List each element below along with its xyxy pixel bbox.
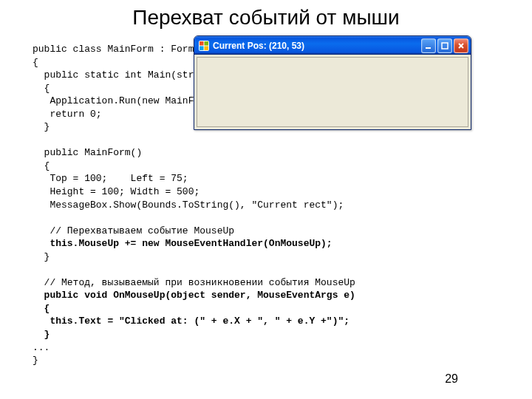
code-line: Height = 100; Width = 500;: [33, 186, 200, 197]
code-line: MessageBox.Show(Bounds.ToString(), "Curr…: [33, 200, 344, 211]
code-line: // Перехватываем событие MouseUp: [33, 225, 234, 236]
page-number: 29: [445, 372, 458, 386]
code-line: ...: [33, 342, 50, 353]
code-line-bold: public void OnMouseUp(object sender, Mou…: [33, 290, 355, 301]
code-line: Top = 100; Left = 75;: [33, 173, 188, 184]
svg-rect-5: [426, 47, 431, 49]
svg-rect-6: [442, 43, 448, 49]
code-line-bold: }: [33, 329, 50, 340]
code-line: // Метод, вызываемый при возникновении с…: [33, 277, 355, 288]
code-line: }: [33, 121, 50, 132]
maximize-button[interactable]: [437, 38, 452, 53]
code-line: return 0;: [33, 109, 102, 120]
code-line: public MainForm(): [33, 147, 142, 158]
code-line-bold: {: [33, 303, 50, 314]
code-line: public class MainForm : Form: [33, 44, 194, 55]
demo-window: Current Pos: (210, 53): [194, 35, 471, 130]
code-line-bold: this.MouseUp += new MouseEventHandler(On…: [33, 238, 332, 249]
code-line: {: [33, 83, 50, 94]
code-line: }: [33, 251, 50, 262]
window-client-area[interactable]: [197, 57, 468, 127]
window-buttons: [421, 38, 468, 53]
minimize-button[interactable]: [421, 38, 436, 53]
code-line: {: [33, 57, 38, 68]
code-line: }: [33, 355, 38, 366]
code-line-bold: this.Text = "Clicked at: (" + e.X + ", "…: [33, 316, 349, 327]
svg-rect-1: [200, 41, 204, 46]
close-button[interactable]: [454, 38, 468, 53]
svg-rect-3: [200, 46, 204, 50]
app-icon: [199, 41, 209, 51]
window-titlebar[interactable]: Current Pos: (210, 53): [194, 36, 471, 55]
window-title: Current Pos: (210, 53): [213, 41, 421, 51]
svg-rect-2: [205, 41, 209, 46]
slide-title: Перехват событий от мыши: [0, 0, 532, 30]
code-line: {: [33, 160, 50, 171]
svg-rect-4: [205, 46, 209, 50]
